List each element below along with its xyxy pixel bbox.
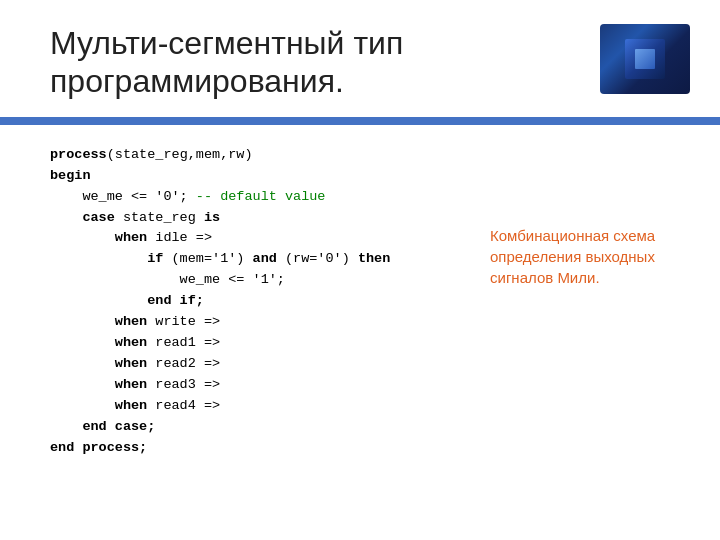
note-text: Комбинационная схема определения выходны… <box>490 225 690 288</box>
blue-bar <box>0 117 720 125</box>
note-box: Комбинационная схема определения выходны… <box>490 225 690 288</box>
chip-image <box>600 24 690 94</box>
header: Мульти-сегментный тип программирования. <box>0 0 720 117</box>
page-title: Мульти-сегментный тип программирования. <box>50 24 600 101</box>
content-area: process(state_reg,mem,rw) begin we_me <=… <box>0 125 720 479</box>
side-note: Комбинационная схема определения выходны… <box>490 145 690 459</box>
code-block: process(state_reg,mem,rw) begin we_me <=… <box>50 145 460 459</box>
